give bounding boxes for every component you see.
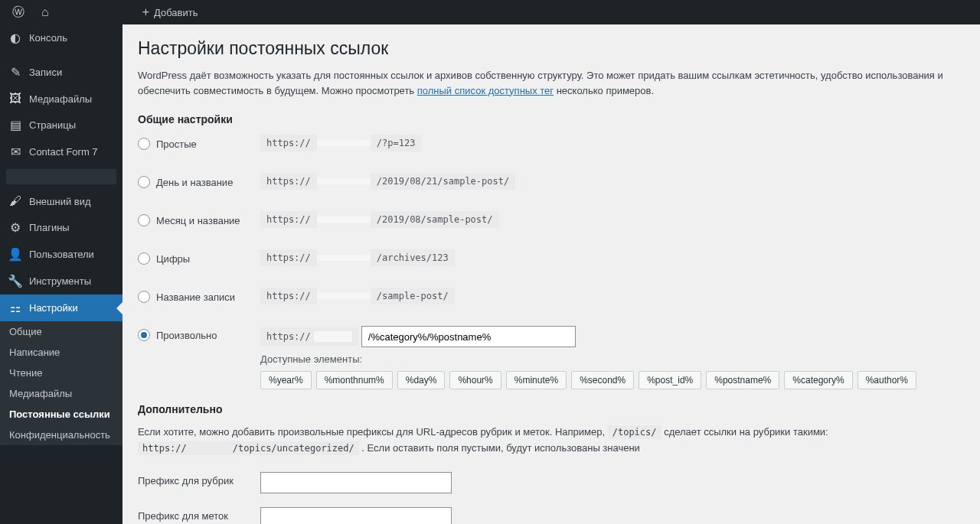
tag-second[interactable]: %second% — [571, 371, 634, 389]
custom-structure-input[interactable] — [361, 326, 576, 347]
url-host — [317, 255, 371, 261]
tag-postname[interactable]: %postname% — [706, 371, 779, 389]
available-tags-label: Доступные элементы: — [260, 353, 965, 365]
home-link[interactable]: ⌂ — [35, 0, 60, 24]
sidebar-item-label: Плагины — [29, 222, 70, 233]
brush-icon: 🖌 — [8, 194, 23, 208]
tag-prefix-input[interactable] — [260, 507, 452, 524]
sidebar-item-settings[interactable]: ⚏Настройки — [0, 295, 122, 321]
sidebar-item-posts[interactable]: ✎Записи — [0, 59, 122, 86]
option-label: Название записи — [156, 291, 235, 303]
url-path: /?p=123 — [371, 135, 422, 151]
option-label: День и название — [156, 177, 233, 188]
url-path: /sample-post/ — [371, 288, 455, 304]
radio-plain[interactable] — [138, 138, 150, 150]
sidebar-item-plugins[interactable]: ⚙Плагины — [0, 214, 122, 241]
permalink-option-month-name: Месяц и название https:///2019/08/sample… — [138, 211, 965, 228]
url-path: /2019/08/sample-post/ — [371, 211, 499, 228]
radio-numeric[interactable] — [138, 252, 150, 265]
tag-monthnum[interactable]: %monthnum% — [316, 371, 393, 389]
radio-month-name[interactable] — [138, 214, 150, 226]
optional-description: Если хотите, можно добавить произвольные… — [138, 425, 965, 457]
sidebar-item-label: Медиафайлы — [29, 93, 92, 105]
category-prefix-input[interactable] — [260, 472, 452, 493]
sidebar-item-media[interactable]: 🖾Медиафайлы — [0, 86, 122, 112]
intro-text: WordPress даёт возможность указать для п… — [138, 68, 965, 98]
radio-day-name[interactable] — [138, 176, 150, 188]
mail-icon: ✉ — [8, 145, 23, 159]
url-scheme: https:// — [266, 331, 311, 342]
url-path: /archives/123 — [371, 249, 455, 266]
code-example-url: https:///topics/uncategorized/ — [138, 441, 359, 455]
url-host — [317, 293, 371, 299]
permalink-option-custom: Произвольно https:// Доступные элементы:… — [138, 326, 965, 389]
sidebar-item-label: Пользователи — [29, 249, 94, 260]
settings-submenu: Общие Написание Чтение Медиафайлы Постоя… — [0, 321, 122, 445]
url-scheme: https:// — [260, 211, 317, 228]
tags-link[interactable]: полный список доступных тег — [417, 85, 554, 96]
pin-icon: ✎ — [8, 65, 23, 80]
category-prefix-row: Префикс для рубрик — [138, 472, 965, 493]
tag-minute[interactable]: %minute% — [506, 371, 567, 389]
submenu-reading[interactable]: Чтение — [0, 363, 122, 383]
sidebar-item-label: Консоль — [29, 32, 67, 44]
tag-post-id[interactable]: %post_id% — [639, 371, 701, 389]
submenu-privacy[interactable]: Конфиденциальность — [0, 425, 122, 445]
url-host — [317, 178, 371, 184]
option-label: Месяц и название — [156, 215, 240, 226]
code-example: /topics/ — [608, 425, 662, 439]
main-content: Настройки постоянных ссылок WordPress да… — [122, 24, 980, 524]
url-scheme: https:// — [260, 288, 317, 304]
submenu-permalinks[interactable]: Постоянные ссылки — [0, 404, 122, 425]
url-host — [317, 216, 371, 223]
submenu-writing[interactable]: Написание — [0, 342, 122, 363]
add-new[interactable]: +Добавить — [136, 0, 204, 24]
plus-icon: + — [142, 5, 149, 19]
settings-icon: ⚏ — [8, 301, 23, 315]
option-label: Произвольно — [156, 330, 217, 341]
url-scheme: https:// — [260, 173, 317, 190]
admin-sidebar: ◐Консоль ✎Записи 🖾Медиафайлы ▤Страницы ✉… — [0, 24, 122, 524]
permalink-option-plain: Простые https:///?p=123 — [138, 135, 965, 151]
tag-hour[interactable]: %hour% — [449, 371, 501, 389]
sidebar-item-users[interactable]: 👤Пользователи — [0, 241, 122, 268]
sidebar-item-label: Инструменты — [29, 275, 91, 287]
tag-category[interactable]: %category% — [784, 371, 852, 389]
sidebar-item-label: Страницы — [29, 119, 76, 131]
optional-heading: Дополнительно — [138, 403, 965, 415]
dashboard-icon: ◐ — [8, 31, 23, 45]
add-label: Добавить — [154, 7, 198, 18]
radio-post-name[interactable] — [138, 291, 150, 303]
pages-icon: ▤ — [8, 118, 23, 132]
permalink-option-post-name: Название записи https:///sample-post/ — [138, 288, 965, 304]
tag-author[interactable]: %author% — [858, 371, 916, 389]
submenu-media[interactable]: Медиафайлы — [0, 383, 122, 404]
page-title: Настройки постоянных ссылок — [138, 38, 965, 59]
url-scheme: https:// — [260, 135, 317, 151]
submenu-general[interactable]: Общие — [0, 321, 122, 342]
tools-icon: 🔧 — [8, 274, 23, 288]
url-scheme: https:// — [260, 249, 317, 266]
tag-year[interactable]: %year% — [260, 371, 312, 389]
sidebar-item-pages[interactable]: ▤Страницы — [0, 112, 122, 138]
sidebar-item-console[interactable]: ◐Консоль — [0, 24, 122, 51]
wordpress-icon: ⓦ — [12, 5, 24, 21]
plugin-icon: ⚙ — [8, 220, 23, 235]
common-settings-heading: Общие настройки — [138, 113, 965, 125]
permalink-option-numeric: Цифры https:///archives/123 — [138, 249, 965, 266]
sidebar-item-contact[interactable]: ✉Contact Form 7 — [0, 138, 122, 165]
wp-logo[interactable]: ⓦ — [6, 0, 35, 24]
home-icon: ⌂ — [41, 5, 49, 19]
tag-prefix-row: Префикс для меток — [138, 507, 965, 524]
sidebar-item-label: Contact Form 7 — [29, 146, 98, 158]
url-host — [317, 140, 371, 146]
user-icon: 👤 — [8, 247, 23, 262]
sidebar-item-tools[interactable]: 🔧Инструменты — [0, 268, 122, 295]
permalink-option-day-name: День и название https:///2019/08/21/samp… — [138, 173, 965, 190]
tag-day[interactable]: %day% — [397, 371, 446, 389]
menu-spacer — [6, 169, 116, 184]
radio-custom[interactable] — [138, 329, 150, 341]
media-icon: 🖾 — [8, 92, 23, 106]
sidebar-item-appearance[interactable]: 🖌Внешний вид — [0, 188, 122, 214]
tag-prefix-label: Префикс для меток — [138, 507, 260, 522]
